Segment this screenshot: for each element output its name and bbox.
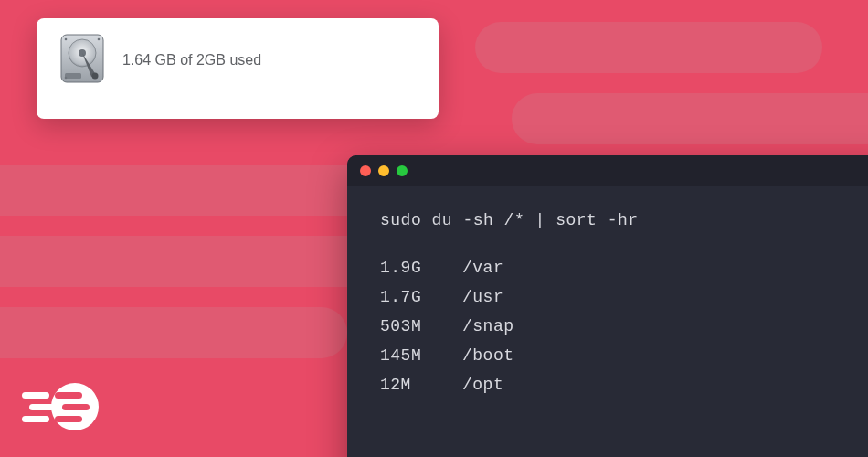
output-size: 1.7G (380, 289, 462, 305)
svg-point-12 (65, 38, 68, 41)
bg-decor-bar (0, 165, 384, 216)
window-minimize-dot[interactable] (378, 165, 389, 176)
terminal-window: sudo du -sh /* | sort -hr 1.9G/var1.7G/u… (347, 155, 868, 457)
disk-usage-text: 1.64 GB of 2GB used (122, 52, 261, 69)
terminal-output-line: 503M/snap (380, 318, 863, 335)
terminal-output-line: 1.9G/var (380, 260, 863, 276)
output-path: /snap (462, 318, 514, 335)
svg-point-14 (65, 77, 68, 80)
window-zoom-dot[interactable] (397, 165, 408, 176)
terminal-command: sudo du -sh /* | sort -hr (380, 212, 863, 228)
svg-point-13 (98, 38, 101, 41)
terminal-body[interactable]: sudo du -sh /* | sort -hr 1.9G/var1.7G/u… (347, 186, 868, 431)
svg-rect-11 (65, 73, 81, 79)
output-size: 145M (380, 347, 462, 364)
bg-decor-bar (0, 307, 347, 358)
bg-decor-bar (512, 93, 868, 144)
svg-point-10 (92, 73, 99, 80)
output-path: /boot (462, 347, 514, 364)
brand-swoosh-icon (22, 380, 104, 437)
svg-rect-5 (62, 404, 90, 410)
svg-rect-4 (55, 392, 82, 399)
disk-drive-icon (58, 33, 106, 88)
svg-rect-1 (22, 392, 49, 399)
terminal-output-line: 12M/opt (380, 377, 863, 393)
output-path: /usr (462, 289, 503, 305)
terminal-output-line: 1.7G/usr (380, 289, 863, 305)
output-path: /var (462, 260, 503, 276)
output-path: /opt (462, 377, 503, 393)
bg-decor-bar (0, 236, 384, 287)
terminal-output-line: 145M/boot (380, 347, 863, 364)
window-close-dot[interactable] (360, 165, 371, 176)
bg-decor-bar (475, 22, 822, 73)
disk-usage-card: 1.64 GB of 2GB used (37, 18, 439, 119)
output-size: 503M (380, 318, 462, 335)
svg-rect-2 (29, 404, 55, 410)
svg-rect-3 (22, 416, 49, 422)
svg-rect-6 (55, 416, 82, 422)
output-size: 12M (380, 377, 462, 393)
terminal-titlebar (347, 155, 868, 186)
output-size: 1.9G (380, 260, 462, 276)
